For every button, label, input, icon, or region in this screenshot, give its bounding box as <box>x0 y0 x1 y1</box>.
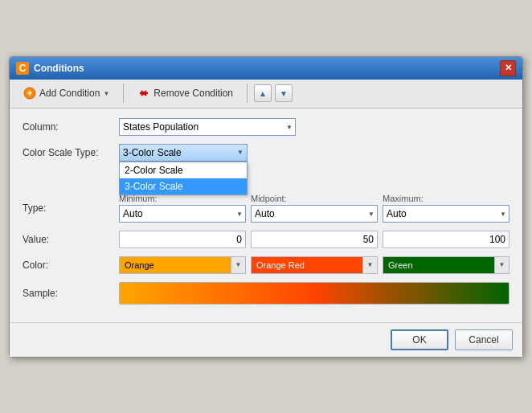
color1-button[interactable]: Orange ▼ <box>119 256 246 274</box>
conditions-dialog: C Conditions ✕ + Add Condition ▼ Remove … <box>9 56 523 358</box>
column-select[interactable]: States Population <box>119 118 296 136</box>
color1-swatch: Orange <box>120 257 231 273</box>
add-icon: + <box>23 87 36 100</box>
value-col-1 <box>119 231 246 248</box>
midpoint-header: Midpoint: <box>251 194 378 203</box>
column-select-wrapper[interactable]: States Population <box>119 118 296 136</box>
type3-wrapper[interactable]: Auto <box>383 205 509 223</box>
color2-name: Orange Red <box>256 260 305 270</box>
ok-button[interactable]: OK <box>391 329 448 350</box>
type-row: Type: Minimum: Auto Midpoint: Auto <box>23 194 509 223</box>
dialog-title: Conditions <box>34 63 84 74</box>
svg-text:C: C <box>19 63 27 74</box>
remove-icon <box>137 87 150 100</box>
sample-label: Sample: <box>23 288 119 299</box>
separator2 <box>247 84 248 103</box>
cancel-button[interactable]: Cancel <box>455 329 513 350</box>
toolbar: + Add Condition ▼ Remove Condition ▲ ▼ <box>10 80 522 108</box>
color-col-2: Orange Red ▼ <box>251 256 378 274</box>
color-label: Color: <box>23 260 119 271</box>
type-col-3: Maximum: Auto <box>383 194 509 223</box>
value-col-3 <box>383 231 509 248</box>
color3-swatch: Green <box>383 257 494 273</box>
sample-row: Sample: <box>23 282 509 305</box>
color-scale-selected[interactable]: 3-Color Scale <box>119 144 248 162</box>
value-controls <box>119 231 509 248</box>
color3-button[interactable]: Green ▼ <box>383 256 509 274</box>
column-row: Column: States Population <box>23 118 509 136</box>
type2-select[interactable]: Auto <box>251 205 378 223</box>
remove-condition-label: Remove Condition <box>153 88 233 99</box>
value-row: Value: <box>23 231 509 248</box>
color-col-1: Orange ▼ <box>119 256 246 274</box>
option-2color[interactable]: 2-Color Scale <box>120 162 247 178</box>
sample-gradient-bar <box>119 282 509 305</box>
type-col-2: Midpoint: Auto <box>251 194 378 223</box>
color-scale-label: Color Scale Type: <box>23 147 119 158</box>
dropdown-spacer <box>23 170 509 194</box>
color-scale-list: 2-Color Scale 3-Color Scale <box>119 162 248 195</box>
color2-button[interactable]: Orange Red ▼ <box>251 256 378 274</box>
value3-input[interactable] <box>383 231 509 248</box>
color-controls: Orange ▼ Orange Red ▼ <box>119 256 509 274</box>
dialog-footer: OK Cancel <box>10 322 522 357</box>
value2-input[interactable] <box>251 231 378 248</box>
svg-text:+: + <box>27 88 32 99</box>
color3-name: Green <box>388 260 413 270</box>
move-down-button[interactable]: ▼ <box>275 84 293 102</box>
add-condition-button[interactable]: + Add Condition ▼ <box>16 84 117 103</box>
add-condition-label: Add Condition <box>39 88 100 99</box>
dialog-icon: C <box>16 62 29 75</box>
type1-select[interactable]: Auto <box>119 205 246 223</box>
title-bar: C Conditions ✕ <box>10 57 522 80</box>
color3-arrow: ▼ <box>494 257 509 273</box>
color-row: Color: Orange ▼ Orange Red ▼ <box>23 256 509 274</box>
color-col-3: Green ▼ <box>383 256 509 274</box>
type-controls: Minimum: Auto Midpoint: Auto <box>119 194 509 223</box>
move-up-button[interactable]: ▲ <box>254 84 272 102</box>
remove-condition-button[interactable]: Remove Condition <box>130 84 240 103</box>
type1-wrapper[interactable]: Auto <box>119 205 246 223</box>
separator <box>123 84 124 103</box>
type-label: Type: <box>23 202 119 214</box>
color1-name: Orange <box>125 260 154 270</box>
value1-input[interactable] <box>119 231 246 248</box>
type3-select[interactable]: Auto <box>383 205 509 223</box>
type-col-1: Minimum: Auto <box>119 194 246 223</box>
color2-arrow: ▼ <box>362 257 377 273</box>
color-scale-row: Color Scale Type: 3-Color Scale 2-Color … <box>23 144 509 162</box>
color1-arrow: ▼ <box>231 257 245 273</box>
form-content: Column: States Population Color Scale Ty… <box>10 108 522 322</box>
color-scale-dropdown[interactable]: 3-Color Scale 2-Color Scale 3-Color Scal… <box>119 144 248 162</box>
value-col-2 <box>251 231 378 248</box>
column-label: Column: <box>23 121 119 133</box>
color2-swatch: Orange Red <box>252 257 362 273</box>
value-label: Value: <box>23 234 119 245</box>
maximum-header: Maximum: <box>383 194 509 203</box>
add-dropdown-arrow: ▼ <box>103 90 109 97</box>
type2-wrapper[interactable]: Auto <box>251 205 378 223</box>
sample-container <box>119 282 509 305</box>
close-button[interactable]: ✕ <box>500 60 516 76</box>
option-3color[interactable]: 3-Color Scale <box>120 178 247 194</box>
